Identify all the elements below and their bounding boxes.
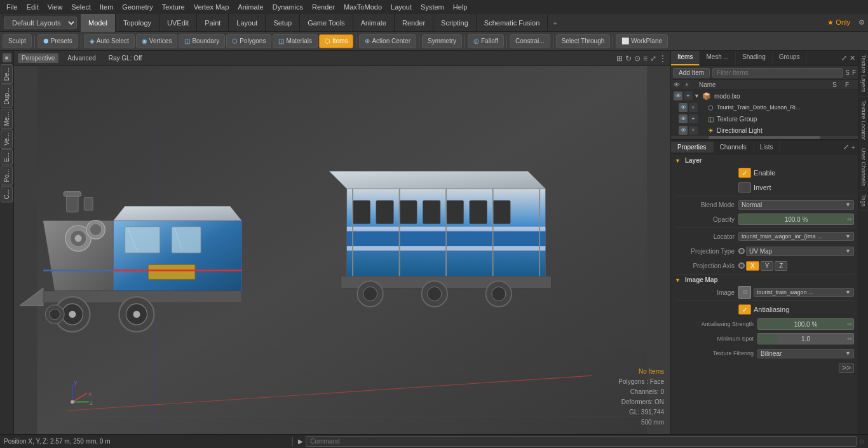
presets-button[interactable]: ⬢ Presets [37, 34, 78, 48]
viewport[interactable]: Perspective Advanced Ray GL: Off ⊞ ↻ ⊙ ≡… [14, 51, 670, 434]
layout-tab-setup[interactable]: Setup [266, 14, 300, 32]
sidebar-toggle[interactable]: ■ [3, 53, 11, 62]
filter-items-input[interactable] [712, 68, 843, 78]
proj-type-radio[interactable] [738, 248, 745, 254]
texture-filtering-dropdown[interactable]: Bilinear ▼ [757, 349, 854, 358]
props-add-icon[interactable]: + [851, 144, 855, 151]
vertices-button[interactable]: ◉ Vertices [136, 34, 178, 48]
sidebar-tab-mesh[interactable]: Me... [1, 109, 13, 129]
axis-y-button[interactable]: Y [761, 261, 774, 271]
items-button[interactable]: ⬡ Items [319, 34, 353, 48]
sidebar-tab-default[interactable]: De... [1, 64, 13, 84]
item-lock-3[interactable]: + [689, 126, 698, 135]
proj-type-dropdown[interactable]: UV Map ▼ [746, 247, 854, 256]
sidebar-tab-vertex[interactable]: Ve... [1, 130, 13, 149]
items-expand-icon[interactable]: ⤢ [841, 54, 847, 62]
layout-tab-paint[interactable]: Paint [197, 14, 229, 32]
props-expand-more[interactable]: >> [839, 363, 854, 373]
min-spot-input[interactable]: 1.0 ⇔ [757, 333, 854, 344]
menu-view[interactable]: View [44, 2, 67, 12]
menu-file[interactable]: File [3, 2, 22, 12]
viewport-advanced-tab[interactable]: Advanced [64, 53, 99, 63]
sidebar-tab-duplicate[interactable]: Dup... [1, 85, 13, 108]
item-label-1[interactable]: Tourist_Train_Dotto_Muson_Ri... [717, 104, 818, 111]
boundary-button[interactable]: ◫ Boundary [179, 34, 225, 48]
menu-help[interactable]: Help [449, 2, 471, 12]
props-tab-lists[interactable]: Lists [754, 142, 780, 153]
layout-tab-render[interactable]: Render [395, 14, 433, 32]
vtab-texture-locator[interactable]: Texture Locator [858, 97, 868, 144]
layout-tab-gametools[interactable]: Game Tools [300, 14, 353, 32]
item-lock-2[interactable]: + [689, 114, 698, 123]
layout-tab-add[interactable]: + [548, 17, 562, 29]
menu-vertex-map[interactable]: Vertex Map [190, 2, 233, 12]
image-map-collapse[interactable]: ▼ [675, 277, 681, 283]
viewport-icon-rotate[interactable]: ↻ [625, 54, 632, 63]
props-tab-properties[interactable]: Properties [671, 142, 714, 153]
viewport-icon-grid[interactable]: ⊞ [616, 54, 623, 63]
layer-collapse[interactable]: ▼ [675, 158, 681, 164]
item-vis-2[interactable]: 👁 [679, 114, 688, 123]
item-label-0[interactable]: modo.lxo [714, 93, 855, 100]
menu-maxtomodo[interactable]: MaxToModo [340, 2, 386, 12]
enable-checkbox-bg[interactable]: ✓ [738, 168, 751, 178]
add-item-button[interactable]: Add Item [673, 68, 710, 78]
item-label-3[interactable]: Directional Light [717, 127, 855, 134]
item-label-2[interactable]: Texture Group [717, 116, 855, 123]
props-tab-channels[interactable]: Channels [714, 142, 754, 153]
vtab-user-channels[interactable]: User Channels [858, 144, 868, 191]
item-lock-1[interactable]: + [689, 103, 698, 112]
invert-checkbox[interactable] [738, 182, 751, 193]
menu-geometry[interactable]: Geometry [118, 2, 156, 12]
sidebar-tab-c[interactable]: C... [1, 186, 13, 203]
menu-select[interactable]: Select [67, 2, 95, 12]
viewport-content[interactable]: x y z No Items Polygons : Face Channels:… [14, 66, 670, 434]
item-vis-1[interactable]: 👁 [679, 103, 688, 112]
menu-layout[interactable]: Layout [387, 2, 416, 12]
sidebar-tab-edge[interactable]: E... [1, 149, 13, 165]
item-expand-0[interactable]: ▼ [694, 93, 700, 99]
item-vis-0[interactable]: 👁 [674, 92, 682, 100]
viewport-icon-settings[interactable]: ≡ [643, 54, 648, 63]
falloff-button[interactable]: ◎ Falloff [468, 34, 504, 48]
viewport-icon-maximize[interactable]: ⤢ [650, 54, 656, 63]
menu-texture[interactable]: Texture [158, 2, 189, 12]
image-dropdown[interactable]: tourist_train_wagon ... ▼ [754, 288, 854, 297]
action-center-button[interactable]: ⊕ Action Center [359, 34, 416, 48]
aa-strength-input[interactable]: 100.0 % ⇔ [757, 318, 854, 330]
layout-tab-topology[interactable]: Topology [116, 14, 159, 32]
image-thumbnail[interactable]: 🖼 [738, 286, 751, 299]
opacity-input[interactable]: 100.0 % ⇔ [738, 214, 854, 225]
item-row-1[interactable]: 👁 + ⬡ Tourist_Train_Dotto_Muson_Ri... [676, 102, 858, 113]
mesh-tab[interactable]: Mesh ... [700, 51, 736, 65]
viewport-icon-menu[interactable]: ⋮ [659, 54, 667, 63]
auto-select-button[interactable]: ◈ Auto Select [84, 34, 135, 48]
sidebar-tab-poly[interactable]: Po... [1, 166, 13, 186]
sculpt-button[interactable]: Sculpt [3, 34, 32, 48]
antialiasing-checkbox[interactable]: ✓ [738, 304, 751, 315]
layout-settings[interactable]: ⚙ [855, 18, 868, 27]
layout-tab-layout[interactable]: Layout [229, 14, 266, 32]
items-close-icon[interactable]: ✕ [850, 54, 855, 62]
command-submit[interactable]: ⊙ [859, 438, 864, 445]
shading-tab[interactable]: Shading [736, 51, 773, 65]
constrain-button[interactable]: Constrai... [510, 34, 550, 48]
layout-tab-model[interactable]: Model [81, 14, 116, 32]
viewport-icon-cam[interactable]: ⊙ [634, 54, 641, 63]
layout-tab-scripting[interactable]: Scripting [433, 14, 477, 32]
menu-edit[interactable]: Edit [23, 2, 43, 12]
menu-dynamics[interactable]: Dynamics [269, 2, 307, 12]
groups-tab[interactable]: Groups [773, 51, 807, 65]
item-row-0[interactable]: 👁 + ▼ 📦 modo.lxo [671, 90, 858, 102]
menu-animate[interactable]: Animate [234, 2, 267, 12]
items-tab[interactable]: Items [671, 51, 700, 65]
layout-tab-uvedit[interactable]: UVEdit [159, 14, 197, 32]
select-through-button[interactable]: Select Through [556, 34, 611, 48]
viewport-raygl-tab[interactable]: Ray GL: Off [105, 53, 146, 63]
layout-tab-schematic[interactable]: Schematic Fusion [477, 14, 548, 32]
blend-mode-dropdown[interactable]: Normal ▼ [738, 200, 854, 210]
item-lock-0[interactable]: + [684, 92, 693, 100]
polygons-button[interactable]: ⬡ Polygons [226, 34, 271, 48]
menu-render[interactable]: Render [308, 2, 339, 12]
vtab-tags[interactable]: Tags [858, 191, 868, 211]
